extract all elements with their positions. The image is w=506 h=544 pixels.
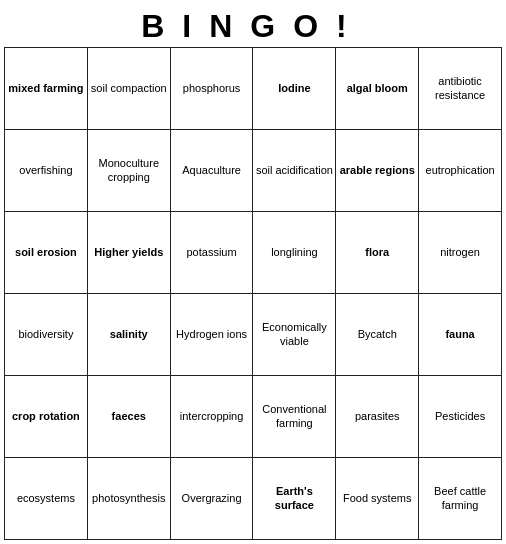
cell-4-4: parasites	[336, 376, 419, 458]
cell-4-2: intercropping	[170, 376, 253, 458]
cell-1-3: soil acidification	[253, 130, 336, 212]
cell-0-3: Iodine	[253, 48, 336, 130]
cell-3-5: fauna	[419, 294, 502, 376]
cell-2-0: soil erosion	[5, 212, 88, 294]
cell-1-0: overfishing	[5, 130, 88, 212]
cell-5-0: ecosystems	[5, 458, 88, 540]
cell-2-2: potassium	[170, 212, 253, 294]
cell-3-1: salinity	[87, 294, 170, 376]
cell-1-4: arable regions	[336, 130, 419, 212]
cell-5-1: photosynthesis	[87, 458, 170, 540]
bingo-grid: mixed farmingsoil compactionphosphorusIo…	[4, 47, 502, 540]
cell-3-3: Economically viable	[253, 294, 336, 376]
cell-0-0: mixed farming	[5, 48, 88, 130]
bingo-title: B I N G O !	[4, 4, 502, 47]
cell-0-5: antibiotic resistance	[419, 48, 502, 130]
cell-2-5: nitrogen	[419, 212, 502, 294]
cell-2-4: flora	[336, 212, 419, 294]
cell-4-3: Conventional farming	[253, 376, 336, 458]
cell-1-1: Monoculture cropping	[87, 130, 170, 212]
cell-0-2: phosphorus	[170, 48, 253, 130]
cell-0-1: soil compaction	[87, 48, 170, 130]
cell-1-2: Aquaculture	[170, 130, 253, 212]
cell-4-5: Pesticides	[419, 376, 502, 458]
cell-3-2: Hydrogen ions	[170, 294, 253, 376]
cell-5-3: Earth's surface	[253, 458, 336, 540]
cell-2-1: Higher yields	[87, 212, 170, 294]
cell-1-5: eutrophication	[419, 130, 502, 212]
cell-2-3: longlining	[253, 212, 336, 294]
cell-4-0: crop rotation	[5, 376, 88, 458]
cell-0-4: algal bloom	[336, 48, 419, 130]
cell-5-2: Overgrazing	[170, 458, 253, 540]
cell-3-0: biodiversity	[5, 294, 88, 376]
cell-4-1: faeces	[87, 376, 170, 458]
cell-5-4: Food systems	[336, 458, 419, 540]
cell-5-5: Beef cattle farming	[419, 458, 502, 540]
cell-3-4: Bycatch	[336, 294, 419, 376]
